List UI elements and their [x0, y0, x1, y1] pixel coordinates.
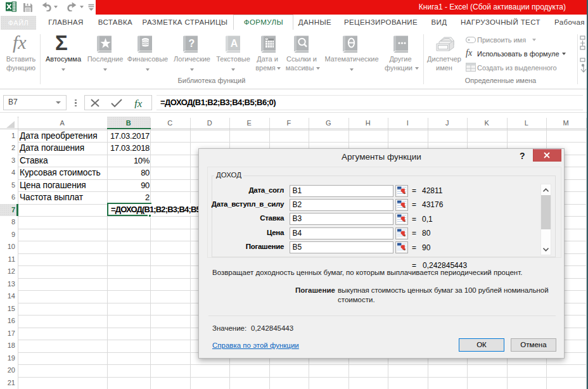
- svg-text:A: A: [231, 38, 238, 49]
- svg-text:?: ?: [189, 38, 195, 49]
- svg-text:fx: fx: [134, 98, 143, 108]
